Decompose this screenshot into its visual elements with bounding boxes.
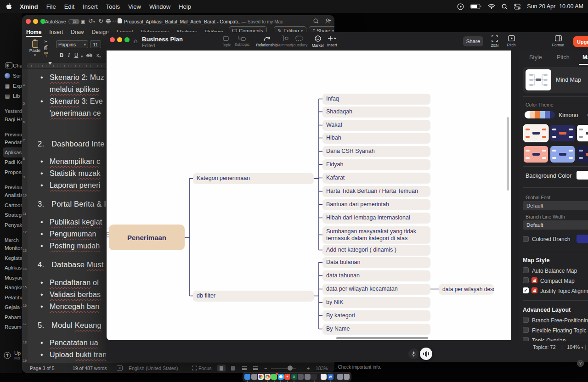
chat-history-item[interactable]: Paham A: [5, 312, 22, 322]
screen-mirroring-icon[interactable]: [457, 3, 464, 10]
dock-icon-photos[interactable]: [258, 374, 264, 380]
subtopic[interactable]: data tahunan: [322, 270, 430, 281]
subtopic[interactable]: Hibah: [322, 133, 430, 143]
minimize-button[interactable]: [33, 19, 38, 24]
share-contact-icon[interactable]: [325, 18, 331, 24]
subtopic[interactable]: Data bulanan: [322, 257, 430, 268]
theme-thumbnail[interactable]: [550, 125, 575, 141]
zoom-in-button[interactable]: +: [307, 365, 310, 371]
page-indicator[interactable]: Page 3 of 5: [30, 365, 55, 371]
checkbox-checked[interactable]: ✓: [523, 287, 529, 293]
print-layout-view-button[interactable]: [217, 365, 226, 371]
dock-icon-chrome[interactable]: [265, 374, 271, 380]
bold-button[interactable]: B: [60, 52, 63, 58]
tab-home[interactable]: Home: [26, 29, 42, 35]
format-button[interactable]: Format: [548, 35, 569, 47]
subtopic[interactable]: Wakaf: [322, 120, 430, 130]
menu-item-edit[interactable]: Edit: [64, 3, 74, 10]
subtopic[interactable]: data per wilayah kecamatan: [322, 284, 430, 294]
font-size-select[interactable]: 11: [90, 40, 101, 48]
underline-chevron[interactable]: ▾: [81, 54, 83, 59]
tab-map[interactable]: Map: [582, 54, 588, 61]
dock-icon-settings[interactable]: [251, 374, 257, 380]
chat-history-item[interactable]: Resume: [5, 322, 22, 332]
minimize-button[interactable]: [117, 37, 122, 42]
menu-item-window[interactable]: Window: [149, 3, 170, 10]
theme-thumbnail[interactable]: [524, 146, 548, 163]
checkbox[interactable]: [523, 317, 529, 323]
subtopic[interactable]: Bantuan dari pemerintah: [322, 199, 430, 210]
checkbox[interactable]: [523, 337, 529, 341]
subtopic[interactable]: Fidyah: [322, 159, 430, 170]
checkbox[interactable]: [523, 267, 529, 273]
dock-icon-word[interactable]: W: [328, 374, 334, 380]
menu-item-tools[interactable]: Tools: [106, 3, 120, 10]
dock-icon-notes[interactable]: [298, 374, 304, 380]
central-topic[interactable]: Penerimaan: [109, 225, 185, 250]
boundary-tool-button[interactable]: Boundary: [288, 35, 310, 49]
font-name-select[interactable]: Poppins▾: [56, 40, 88, 48]
upgrade-button[interactable]: Upgrade: [573, 36, 588, 47]
theme-swatch-bar[interactable]: [525, 111, 555, 118]
menu-item-file[interactable]: File: [46, 3, 56, 10]
format-painter-icon[interactable]: [44, 52, 49, 56]
zoom-slider-knob[interactable]: [288, 365, 293, 371]
horizontal-scrollbar[interactable]: [336, 337, 428, 339]
zoom-button[interactable]: [124, 37, 130, 42]
chat-history-item[interactable]: Monitori: [5, 243, 22, 253]
chat-history-item[interactable]: Aplikasi: [3, 147, 22, 157]
italic-button[interactable]: I: [68, 52, 70, 58]
underline-button[interactable]: U: [74, 52, 78, 58]
zoom-percent[interactable]: 183%: [316, 365, 328, 371]
language-indicator[interactable]: English (United States): [129, 365, 178, 371]
chat-history-item[interactable]: Rangkai: [5, 283, 22, 293]
dock-icon-preview[interactable]: [321, 374, 327, 380]
chat-history-item[interactable]: Gejala: [5, 303, 22, 313]
copy-icon[interactable]: [44, 45, 48, 50]
subtopic[interactable]: Sumbangan masyarakat yang tidak termasuk…: [322, 226, 430, 243]
branch-line-width-select[interactable]: Default: [523, 220, 588, 230]
battery-icon[interactable]: [470, 4, 481, 9]
tab-draw[interactable]: Draw: [70, 29, 84, 35]
proofing-icon[interactable]: ✕: [117, 365, 123, 371]
colored-branch-checkbox[interactable]: [523, 236, 529, 242]
subtopic[interactable]: Dana CSR Syariah: [322, 146, 430, 157]
chat-history-item[interactable]: Padi Ken: [5, 157, 22, 168]
microphone-icon[interactable]: [408, 348, 419, 359]
word-count[interactable]: 19 of 487 words: [73, 365, 107, 371]
dock-icon-excel[interactable]: X: [291, 374, 297, 380]
sidebar-item-sor[interactable]: Sor: [5, 71, 22, 81]
chat-history-item[interactable]: Strategi: [5, 210, 22, 220]
control-center-icon[interactable]: [514, 4, 520, 10]
structure-card[interactable]: Mind Map: [523, 67, 588, 93]
dock-icon-trash[interactable]: [344, 374, 350, 380]
subtopic-tool-button[interactable]: Subtopic: [232, 35, 253, 49]
tab-insert[interactable]: Insert: [49, 29, 63, 35]
sidebar-item-lib[interactable]: ▤Lib: [5, 91, 22, 101]
dock-icon-camera[interactable]: [305, 374, 311, 380]
checkbox[interactable]: [523, 277, 529, 283]
chat-history-item[interactable]: Penyakit: [5, 220, 22, 230]
dock-icon-downloads[interactable]: [337, 374, 343, 380]
wifi-icon[interactable]: [488, 4, 495, 9]
undo-icon[interactable]: ↺▾: [88, 18, 95, 25]
menu-clock[interactable]: Sun 20 Apr10.00 AM: [527, 3, 583, 10]
save-icon[interactable]: ▣: [81, 19, 85, 25]
outline-view-button[interactable]: [240, 365, 249, 371]
theme-thumbnail[interactable]: [550, 146, 575, 163]
print-icon[interactable]: [106, 19, 111, 23]
subtopic[interactable]: Infaq: [322, 94, 430, 104]
share-button[interactable]: Share: [463, 36, 483, 46]
tab-pitch[interactable]: Pitch: [557, 54, 570, 61]
subtopic[interactable]: by NIK: [322, 297, 430, 308]
menu-item-insert[interactable]: Insert: [83, 3, 98, 10]
search-icon[interactable]: [313, 18, 319, 24]
sidebar-item-exp[interactable]: ▦Exp: [5, 81, 22, 91]
background-color-swatch[interactable]: [577, 171, 588, 180]
dock-icon-safari[interactable]: [278, 374, 284, 380]
subscript-button[interactable]: x2: [96, 52, 101, 59]
subtopic[interactable]: By Name: [322, 324, 430, 334]
focus-button[interactable]: Focus: [192, 365, 212, 371]
dock-icon-medical[interactable]: +: [284, 374, 290, 380]
help-button[interactable]: ?: [577, 360, 584, 367]
